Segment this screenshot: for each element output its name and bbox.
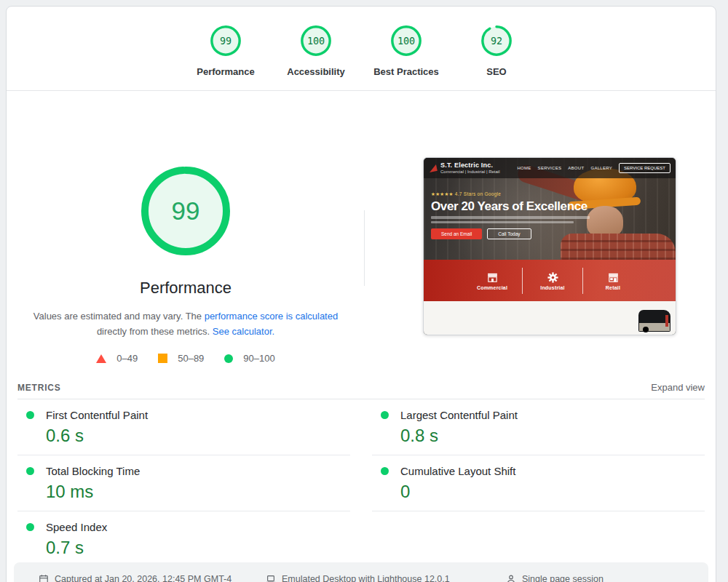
- seo-score-value: 92: [491, 36, 502, 47]
- performance-score-label: Performance: [197, 66, 254, 77]
- performance-section: 99 Performance Values are estimated and …: [7, 91, 716, 376]
- performance-main-score: 99: [172, 196, 200, 225]
- site-paragraph-line: [431, 216, 590, 219]
- session-type: Single page session: [506, 574, 708, 582]
- storefront-icon: [486, 271, 499, 284]
- test-environment-text: Emulated Desktop with Lighthouse 12.0.1: [282, 574, 450, 582]
- see-calculator-link[interactable]: See calculator.: [213, 326, 274, 337]
- site-paragraph-line: [431, 221, 574, 224]
- site-nav-services: SERVICES: [538, 166, 562, 170]
- site-category-retail: Retail: [587, 271, 639, 290]
- score-gauge-seo[interactable]: 92 SEO: [457, 24, 536, 77]
- legend-fail-range: 0–49: [116, 353, 138, 364]
- gear-icon: [547, 271, 559, 284]
- legend-average-range: 50–89: [178, 353, 204, 364]
- pass-dot-icon: [26, 411, 34, 419]
- legend-fail: 0–49: [96, 353, 138, 364]
- site-category-label: Commercial: [477, 285, 507, 290]
- site-logo: S.T. Electric Inc. Commercial | Industri…: [440, 162, 499, 175]
- metrics-grid: First Contentful Paint 0.6 s Largest Con…: [17, 399, 705, 567]
- fail-triangle-icon: [96, 354, 106, 363]
- site-category-commercial: Commercial: [466, 271, 518, 290]
- pass-dot-icon: [26, 467, 34, 475]
- page-screenshot-thumbnail[interactable]: S.T. Electric Inc. Commercial | Industri…: [423, 157, 676, 335]
- performance-main-gauge: 99: [140, 165, 232, 260]
- metric-name: Largest Contentful Paint: [400, 409, 518, 421]
- pass-dot-icon: [381, 411, 389, 419]
- laptop-icon: [266, 574, 276, 582]
- site-hero-buttons: Send an Email Call Today: [431, 228, 598, 239]
- site-category-label: Retail: [606, 285, 620, 290]
- legend-pass: 90–100: [224, 353, 274, 364]
- metric-total-blocking-time: Total Blocking Time 10 ms: [17, 455, 350, 511]
- calendar-icon: [39, 574, 49, 582]
- site-lower-section: [424, 301, 676, 335]
- metrics-header: METRICS Expand view: [17, 376, 705, 399]
- accessibility-gauge-icon: 100: [299, 24, 333, 57]
- legend-pass-range: 90–100: [243, 353, 274, 364]
- metric-value: 0.7 s: [46, 538, 350, 558]
- performance-description: Values are estimated and may vary. The p…: [23, 308, 348, 339]
- van-wheel: [643, 327, 649, 332]
- person-icon: [506, 574, 516, 582]
- score-gauge-accessibility[interactable]: 100 Accessibility: [277, 24, 355, 77]
- band-separator: [582, 268, 583, 294]
- site-hero: ★★★★★ 4.7 Stars on Google Over 20 Years …: [431, 191, 598, 239]
- performance-gauge-icon: 99: [209, 24, 242, 57]
- description-text-1: Values are estimated and may vary. The: [33, 311, 205, 322]
- site-category-industrial: Industrial: [526, 271, 579, 290]
- best-practices-score-label: Best Practices: [373, 66, 439, 77]
- band-separator: [522, 268, 523, 294]
- metric-cumulative-layout-shift: Cumulative Layout Shift 0: [372, 455, 705, 511]
- category-scores-bar: 99 Performance 100 Accessibility 100 Bes…: [7, 7, 716, 91]
- metric-value: 0.6 s: [46, 426, 350, 446]
- site-navbar: S.T. Electric Inc. Commercial | Industri…: [424, 158, 676, 178]
- seo-gauge-icon: 92: [480, 24, 513, 57]
- test-environment: Emulated Desktop with Lighthouse 12.0.1: [266, 574, 506, 582]
- legend-average: 50–89: [158, 353, 204, 364]
- metric-value: 0.8 s: [400, 426, 705, 446]
- metric-speed-index: Speed Index 0.7 s: [17, 511, 350, 567]
- metric-name: First Contentful Paint: [46, 409, 148, 421]
- score-gauge-performance[interactable]: 99 Performance: [186, 24, 265, 77]
- site-email-button: Send an Email: [431, 228, 482, 239]
- expand-view-link[interactable]: Expand view: [651, 382, 705, 393]
- metric-largest-contentful-paint: Largest Contentful Paint 0.8 s: [372, 399, 705, 455]
- site-headline: Over 20 Years of Excellence: [431, 199, 598, 214]
- site-rating: ★★★★★ 4.7 Stars on Google: [431, 191, 598, 197]
- metric-name: Total Blocking Time: [46, 465, 140, 477]
- performance-score-value: 99: [220, 36, 232, 47]
- site-service-request-button: SERVICE REQUEST: [619, 163, 670, 173]
- metric-empty-cell: [372, 511, 705, 567]
- site-nav-gallery: GALLERY: [590, 166, 612, 170]
- site-nav-items: HOME SERVICES ABOUT GALLERY SERVICE REQU…: [517, 163, 670, 173]
- capture-time-text: Captured at Jan 20, 2026, 12:45 PM GMT-4: [55, 574, 232, 582]
- report-card: 99 Performance 100 Accessibility 100 Bes…: [6, 6, 716, 582]
- session-type-text: Single page session: [522, 574, 604, 582]
- score-calculated-link[interactable]: performance score is calculated: [205, 311, 339, 322]
- best-practices-gauge-icon: 100: [389, 24, 423, 57]
- shop-icon: [607, 271, 620, 284]
- metrics-section: METRICS Expand view First Contentful Pai…: [7, 376, 716, 567]
- van-tail-light: [665, 315, 668, 327]
- score-gauge-best-practices[interactable]: 100 Best Practices: [367, 24, 446, 77]
- capture-time: Captured at Jan 20, 2026, 12:45 PM GMT-4: [39, 574, 266, 582]
- metric-first-contentful-paint: First Contentful Paint 0.6 s: [17, 399, 350, 455]
- metric-name: Cumulative Layout Shift: [400, 465, 515, 477]
- accessibility-score-value: 100: [307, 36, 325, 47]
- metric-value: 10 ms: [46, 482, 350, 502]
- pass-circle-icon: [224, 354, 233, 363]
- average-square-icon: [158, 354, 167, 363]
- performance-summary-column: 99 Performance Values are estimated and …: [7, 91, 365, 376]
- site-tagline: Commercial | Industrial | Retail: [440, 170, 499, 175]
- site-logo-icon: [428, 164, 438, 172]
- score-legend: 0–49 50–89 90–100: [96, 353, 274, 364]
- metric-value: 0: [400, 482, 705, 502]
- pass-dot-icon: [381, 467, 389, 475]
- best-practices-score-value: 100: [397, 36, 415, 47]
- accessibility-score-label: Accessibility: [287, 66, 345, 77]
- site-call-button: Call Today: [487, 228, 531, 239]
- pass-dot-icon: [26, 523, 34, 531]
- site-category-band: Commercial: [424, 260, 676, 301]
- report-footer: Captured at Jan 20, 2026, 12:45 PM GMT-4…: [14, 562, 708, 582]
